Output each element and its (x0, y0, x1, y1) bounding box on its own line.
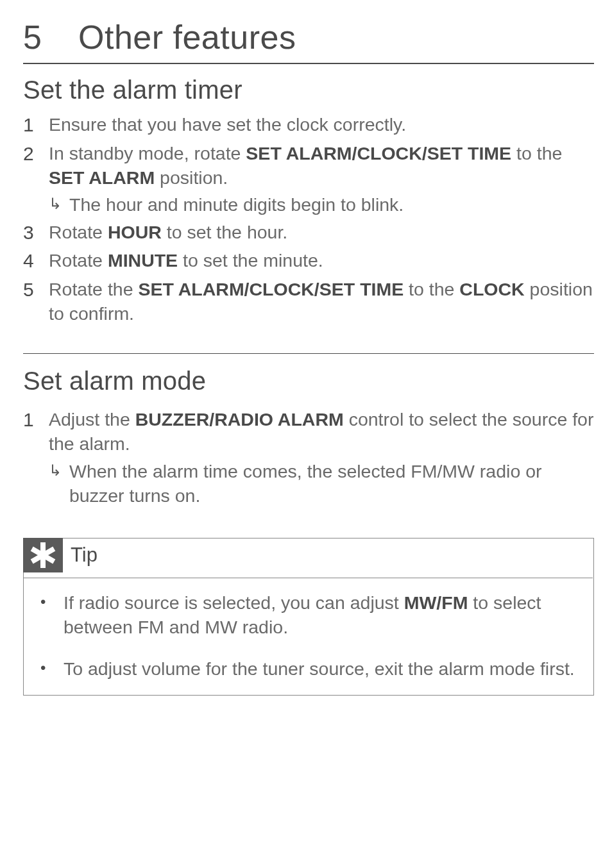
step-number: 2 (23, 141, 49, 167)
tip-asterisk-icon (23, 538, 63, 572)
section-title-alarm-mode: Set alarm mode (23, 367, 594, 396)
step-body: Adjust the BUZZER/RADIO ALARM control to… (49, 407, 594, 508)
step-number: 5 (23, 277, 49, 303)
steps-alarm-mode: 1 Adjust the BUZZER/RADIO ALARM control … (23, 407, 594, 508)
section-divider (23, 353, 594, 354)
chapter-name: Other features (78, 19, 296, 56)
tip-label: Tip (71, 544, 98, 567)
tip-item: • If radio source is selected, you can a… (40, 590, 582, 640)
step-body: Rotate MINUTE to set the minute. (49, 248, 594, 272)
chapter-title: 5Other features (23, 18, 594, 64)
step-number: 1 (23, 112, 49, 138)
tip-box: Tip • If radio source is selected, you c… (23, 538, 594, 696)
step-body: Ensure that you have set the clock corre… (49, 112, 594, 137)
tip-list: • If radio source is selected, you can a… (24, 579, 593, 681)
tip-item: • To adjust volume for the tuner source,… (40, 656, 582, 681)
tip-header: Tip (23, 538, 593, 578)
step-item: 4 Rotate MINUTE to set the minute. (23, 248, 594, 274)
step-body: Rotate HOUR to set the hour. (49, 220, 594, 244)
bullet-icon: • (40, 656, 64, 680)
step-item: 3 Rotate HOUR to set the hour. (23, 220, 594, 246)
steps-alarm-timer: 1 Ensure that you have set the clock cor… (23, 112, 594, 326)
section-title-alarm-timer: Set the alarm timer (23, 76, 594, 104)
step-number: 4 (23, 248, 49, 274)
step-body: Rotate the SET ALARM/CLOCK/SET TIME to t… (49, 277, 594, 326)
bullet-icon: • (40, 590, 64, 613)
result-arrow-icon: ↳ (49, 459, 69, 482)
step-result: ↳ When the alarm time comes, the selecte… (49, 459, 594, 508)
step-result: ↳ The hour and minute digits begin to bl… (49, 192, 594, 217)
step-number: 1 (23, 407, 49, 433)
result-arrow-icon: ↳ (49, 192, 69, 215)
step-item: 1 Ensure that you have set the clock cor… (23, 112, 594, 138)
step-item: 2 In standby mode, rotate SET ALARM/CLOC… (23, 141, 594, 217)
step-item: 1 Adjust the BUZZER/RADIO ALARM control … (23, 407, 594, 508)
step-number: 3 (23, 220, 49, 246)
step-body: In standby mode, rotate SET ALARM/CLOCK/… (49, 141, 594, 217)
step-item: 5 Rotate the SET ALARM/CLOCK/SET TIME to… (23, 277, 594, 326)
chapter-number: 5 (23, 18, 78, 56)
